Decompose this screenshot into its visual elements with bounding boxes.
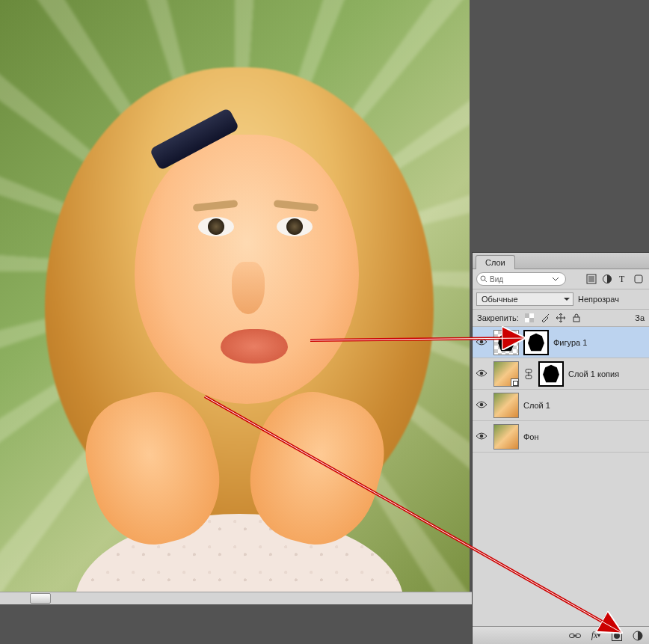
layer-filter-row: Вид T bbox=[473, 269, 649, 289]
canvas-horizontal-scrollbar[interactable] bbox=[0, 592, 472, 604]
tab-layers[interactable]: Слои bbox=[476, 255, 515, 269]
lock-position-icon[interactable] bbox=[556, 313, 566, 323]
eye-icon bbox=[476, 432, 487, 441]
visibility-toggle[interactable] bbox=[474, 369, 489, 379]
eye-icon bbox=[476, 337, 487, 346]
svg-point-12 bbox=[480, 371, 484, 375]
svg-rect-9 bbox=[529, 318, 534, 322]
lips-shape bbox=[221, 329, 288, 364]
lock-transparency-icon[interactable] bbox=[524, 313, 535, 323]
add-mask-icon[interactable] bbox=[610, 629, 624, 643]
link-layers-icon[interactable] bbox=[568, 629, 582, 643]
layer-name[interactable]: Слой 1 копия bbox=[568, 369, 619, 378]
lock-label: Закрепить: bbox=[477, 313, 519, 322]
layer-fx-icon[interactable]: fx▾ bbox=[589, 629, 603, 643]
svg-rect-6 bbox=[635, 275, 642, 283]
canvas-region bbox=[0, 0, 472, 618]
chevron-down-icon bbox=[553, 276, 559, 282]
blend-mode-value: Обычные bbox=[482, 295, 518, 304]
svg-rect-10 bbox=[573, 317, 579, 322]
visibility-toggle[interactable] bbox=[474, 400, 489, 411]
eye-left bbox=[198, 217, 234, 236]
new-adjustment-layer-icon[interactable] bbox=[631, 629, 645, 643]
filter-type-icon[interactable]: T bbox=[616, 272, 630, 286]
workspace-background bbox=[472, 0, 649, 252]
lock-all-icon[interactable] bbox=[571, 313, 582, 323]
visibility-toggle[interactable] bbox=[474, 432, 489, 442]
svg-rect-8 bbox=[525, 313, 529, 318]
svg-line-1 bbox=[485, 280, 487, 282]
svg-point-16 bbox=[480, 402, 484, 406]
layers-list: Фигура 1Слой 1 копияСлой 1Фон bbox=[473, 327, 649, 626]
visibility-toggle[interactable] bbox=[474, 337, 489, 348]
layer-filter-type-select[interactable]: Вид bbox=[476, 272, 566, 286]
panel-tab-bar: Слои bbox=[473, 253, 649, 269]
layers-panel-footer: fx▾ bbox=[473, 626, 649, 644]
nose-shape bbox=[232, 262, 265, 314]
svg-point-0 bbox=[481, 276, 485, 280]
layer-thumbnail[interactable] bbox=[493, 361, 519, 387]
blend-mode-select[interactable]: Обычные bbox=[476, 292, 573, 306]
svg-point-22 bbox=[614, 633, 620, 639]
layer-name[interactable]: Слой 1 bbox=[523, 401, 550, 410]
eye-icon bbox=[476, 369, 487, 378]
svg-point-11 bbox=[480, 340, 484, 343]
layer-mask-thumbnail[interactable] bbox=[523, 330, 549, 355]
layer-name[interactable]: Фигура 1 bbox=[553, 338, 587, 347]
filter-adjustment-icon[interactable] bbox=[600, 272, 614, 286]
blend-mode-row: Обычные Непрозрач bbox=[473, 289, 649, 310]
lock-row: Закрепить: За bbox=[473, 310, 649, 327]
fill-label: За bbox=[635, 313, 645, 322]
scrollbar-thumb[interactable] bbox=[30, 593, 51, 604]
eye-right bbox=[277, 217, 313, 236]
document-canvas[interactable] bbox=[0, 0, 470, 604]
layer-name[interactable]: Фон bbox=[523, 432, 539, 441]
layer-row[interactable]: Фигура 1 bbox=[473, 327, 649, 358]
link-icon bbox=[523, 369, 534, 379]
filter-shape-icon[interactable] bbox=[632, 272, 645, 286]
layer-row[interactable]: Слой 1 копия bbox=[473, 358, 649, 390]
svg-text:T: T bbox=[619, 274, 625, 284]
layer-thumbnail[interactable] bbox=[493, 424, 519, 450]
svg-rect-3 bbox=[588, 276, 594, 282]
canvas-footer-gap bbox=[0, 604, 472, 618]
lock-pixels-icon[interactable] bbox=[540, 313, 550, 323]
opacity-label: Непрозрач bbox=[578, 295, 619, 304]
layer-row[interactable]: Фон bbox=[473, 421, 649, 453]
layer-row[interactable]: Слой 1 bbox=[473, 390, 649, 421]
layers-panel: Слои Вид T Обычные Непрозрач З bbox=[472, 252, 649, 644]
layer-mask-thumbnail[interactable] bbox=[538, 361, 564, 387]
layer-thumbnail[interactable] bbox=[493, 330, 519, 355]
smart-object-badge bbox=[511, 378, 519, 387]
eye-icon bbox=[476, 400, 487, 409]
svg-point-17 bbox=[480, 434, 484, 438]
layer-thumbnail[interactable] bbox=[493, 393, 519, 418]
search-icon bbox=[480, 275, 487, 283]
filter-pixel-icon[interactable] bbox=[585, 272, 598, 286]
layer-filter-type-label: Вид bbox=[490, 275, 503, 283]
